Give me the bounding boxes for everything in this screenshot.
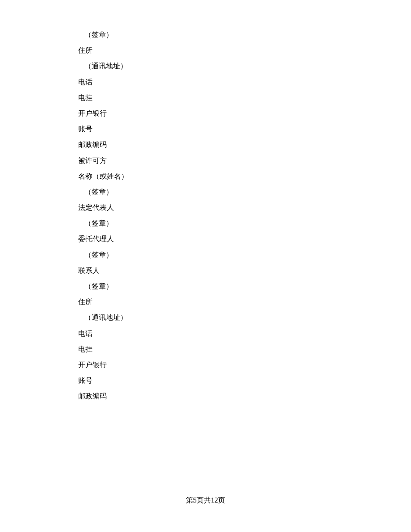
line-item-7: 邮政编码 bbox=[78, 137, 333, 152]
line-item-2: （通讯地址） bbox=[78, 58, 333, 74]
line-item-13: 委托代理人 bbox=[78, 231, 333, 247]
line-item-19: 电话 bbox=[78, 326, 333, 341]
line-item-16: （签章） bbox=[78, 278, 333, 294]
line-item-21: 开户银行 bbox=[78, 357, 333, 373]
line-item-20: 电挂 bbox=[78, 341, 333, 357]
line-item-1: 住所 bbox=[78, 42, 333, 58]
line-item-5: 开户银行 bbox=[78, 105, 333, 121]
page-number: 第5页共12页 bbox=[186, 496, 225, 504]
line-item-15: 联系人 bbox=[78, 263, 333, 278]
line-item-23: 邮政编码 bbox=[78, 388, 333, 404]
line-item-4: 电挂 bbox=[78, 90, 333, 105]
line-item-6: 账号 bbox=[78, 121, 333, 137]
line-item-3: 电话 bbox=[78, 74, 333, 90]
page-container: （签章）住所（通讯地址）电话电挂开户银行账号邮政编码被许可方名称（或姓名）（签章… bbox=[0, 0, 411, 532]
line-item-11: 法定代表人 bbox=[78, 200, 333, 215]
line-item-9: 名称（或姓名） bbox=[78, 168, 333, 184]
line-item-17: 住所 bbox=[78, 294, 333, 310]
line-item-12: （签章） bbox=[78, 215, 333, 231]
line-item-22: 账号 bbox=[78, 373, 333, 388]
line-item-8: 被许可方 bbox=[78, 153, 333, 168]
page-footer: 第5页共12页 bbox=[0, 496, 411, 505]
line-item-0: （签章） bbox=[78, 27, 333, 42]
line-item-14: （签章） bbox=[78, 247, 333, 263]
content-lines: （签章）住所（通讯地址）电话电挂开户银行账号邮政编码被许可方名称（或姓名）（签章… bbox=[78, 27, 333, 404]
line-item-10: （签章） bbox=[78, 184, 333, 200]
line-item-18: （通讯地址） bbox=[78, 310, 333, 325]
